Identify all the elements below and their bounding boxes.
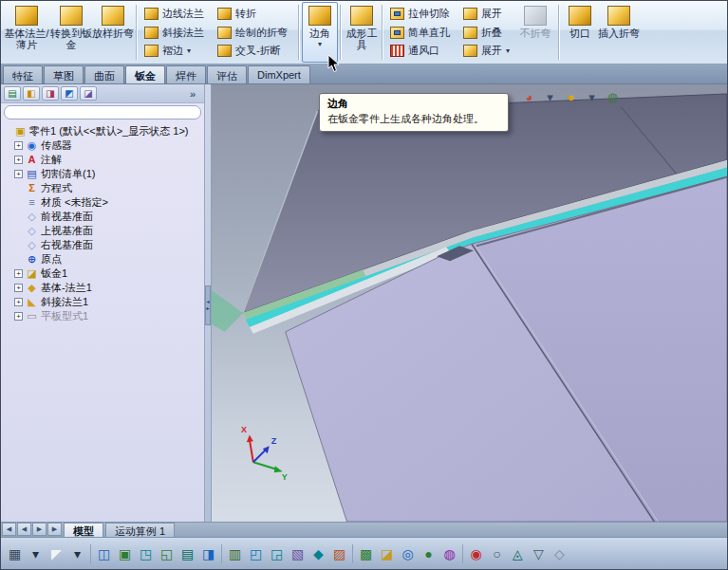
toolbar-tool-icon[interactable]: ◪	[378, 543, 396, 564]
toolbar-tool-icon[interactable]: ◬	[509, 543, 527, 564]
toolbar-tool-icon[interactable]: ▩	[357, 543, 375, 564]
ribbon-small-button[interactable]: 通风口	[385, 43, 458, 59]
panel-tab-icon[interactable]: ◪	[80, 86, 97, 101]
tree-item[interactable]: ≡ 材质 <未指定>	[3, 195, 202, 210]
toolbar-tool-icon[interactable]: ◱	[158, 543, 176, 564]
panel-tab-icon[interactable]: ▤	[4, 86, 21, 101]
splitter-handle-icon[interactable]: ◂▸	[205, 285, 211, 325]
toolbar-tool-icon[interactable]: ◍	[440, 543, 458, 564]
toolbar-tool-icon[interactable]: ▨	[330, 543, 348, 564]
tree-item[interactable]: ◇ 前视基准面	[3, 210, 202, 224]
panel-splitter[interactable]: ◂▸	[205, 84, 212, 522]
tab-scroll-button[interactable]: ◀	[17, 523, 31, 536]
ribbon-small-button[interactable]: 绘制的折弯	[213, 25, 296, 41]
toolbar-tool-icon[interactable]: ▤	[178, 543, 196, 564]
sheet-metal-part-render: X Y Z	[212, 84, 727, 522]
command-tab[interactable]: 评估	[207, 65, 247, 83]
expand-box[interactable]	[14, 156, 23, 164]
tree-item[interactable]: ▭ 平板型式1	[3, 309, 202, 323]
tree-item[interactable]: ◇ 上视基准面	[3, 224, 202, 238]
ribbon-small-button[interactable]: 展开	[458, 6, 514, 22]
toolbar-tool-icon[interactable]: ▽	[530, 543, 548, 564]
view-tool-icon[interactable]: ▾	[542, 89, 558, 105]
tree-item[interactable]: ◪ 钣金1	[3, 267, 202, 281]
ribbon-small-button[interactable]: 折叠	[458, 25, 514, 41]
panel-tab-icon[interactable]: ◨	[42, 86, 59, 101]
convert-to-sheetmetal-button[interactable]: 转换到钣金	[50, 2, 92, 63]
study-tab[interactable]: 模型	[64, 523, 103, 537]
view-tool-icon[interactable]: ◍	[605, 89, 621, 105]
toolbar-tool-icon[interactable]: ▾	[68, 543, 86, 564]
expand-box[interactable]	[14, 141, 23, 150]
tree-item[interactable]: Σ 方程式	[3, 181, 202, 195]
toolbar-tool-icon[interactable]: ◉	[467, 543, 485, 564]
tree-item[interactable]: A 注解	[3, 153, 202, 167]
lofted-bend-button[interactable]: 放样折弯	[92, 2, 134, 63]
expand-box[interactable]	[14, 312, 23, 321]
insert-bends-button[interactable]: 插入折弯	[598, 2, 640, 63]
ribbon-small-button[interactable]: 斜接法兰	[140, 25, 213, 41]
ribbon-small-button[interactable]: 边线法兰	[140, 6, 213, 22]
base-flange-label: 基体法兰/薄片	[3, 28, 50, 50]
tab-scroll-button[interactable]: ▶	[47, 523, 62, 536]
toolbar-tool-icon[interactable]	[220, 543, 223, 564]
toolbar-tool-icon[interactable]: ▣	[116, 543, 134, 564]
tree-root-item[interactable]: ▣ 零件1 (默认<<默认>_显示状态 1>)	[3, 124, 202, 138]
tree-item[interactable]: ◉ 传感器	[3, 138, 202, 153]
base-flange-button[interactable]: 基体法兰/薄片	[3, 2, 50, 63]
ribbon-small-button[interactable]: 转折	[213, 6, 296, 22]
command-tab[interactable]: 钣金	[125, 65, 165, 83]
panel-tab-icon[interactable]: ◧	[23, 86, 40, 101]
toolbar-tool-icon[interactable]: ◤	[47, 543, 65, 564]
toolbar-tool-icon[interactable]: ○	[488, 543, 506, 564]
tree-item[interactable]: ⊕ 原点	[3, 252, 202, 267]
toolbar-tool-icon[interactable]: ◨	[199, 543, 217, 564]
command-tab[interactable]: 草图	[44, 65, 84, 83]
ribbon-small-button[interactable]: 交叉-折断	[213, 43, 296, 59]
tree-item[interactable]: ◆ 基体-法兰1	[3, 281, 202, 295]
forming-tool-button[interactable]: 成形工具	[344, 2, 380, 63]
ribbon-small-button[interactable]: 褶边 ▾	[140, 43, 213, 59]
expand-box[interactable]	[14, 284, 23, 292]
panel-tab-icon[interactable]: ◩	[61, 86, 78, 101]
toolbar-tool-icon[interactable]: ◳	[137, 543, 155, 564]
view-tool-icon[interactable]: ●	[563, 89, 579, 105]
toolbar-tool-icon[interactable]: ◇	[551, 543, 569, 564]
expand-box[interactable]	[14, 170, 23, 178]
command-tab[interactable]: 特征	[3, 65, 43, 83]
toolbar-tool-icon[interactable]: ▦	[6, 543, 24, 564]
model-viewport[interactable]: ▭ ⊞ ◔ ↻ ▦ ◧ ▾ ◐ ◕ ▾	[212, 84, 727, 522]
toolbar-tool-icon[interactable]: ◲	[268, 543, 286, 564]
tree-item[interactable]: ◇ 右视基准面	[3, 238, 202, 252]
study-tab[interactable]: 运动算例 1	[105, 523, 175, 537]
toolbar-tool-icon[interactable]	[461, 543, 464, 564]
ribbon-small-button[interactable]: 拉伸切除	[385, 6, 458, 22]
toolbar-tool-icon[interactable]: ▥	[226, 543, 244, 564]
toolbar-tool-icon[interactable]: ◆	[309, 543, 327, 564]
corner-dropdown-caret-icon[interactable]: ▾	[318, 41, 322, 48]
toolbar-tool-icon[interactable]: ▧	[289, 543, 307, 564]
featuremanager-filter-input[interactable]	[4, 105, 201, 120]
command-tab[interactable]: 焊件	[166, 65, 206, 83]
toolbar-tool-icon[interactable]: ◰	[247, 543, 265, 564]
tab-scroll-button[interactable]: ▶	[32, 523, 47, 536]
command-tab[interactable]: 曲面	[84, 65, 124, 83]
expand-box[interactable]	[14, 298, 23, 306]
tree-item[interactable]: ◣ 斜接法兰1	[3, 295, 202, 309]
ribbon-small-button[interactable]: 展开 ▾	[458, 43, 514, 59]
toolbar-tool-icon[interactable]: ◎	[399, 543, 417, 564]
rip-button[interactable]: 切口	[562, 2, 598, 63]
tab-scroll-button[interactable]: ◀	[2, 523, 16, 536]
panel-tab-icon[interactable]: »	[184, 86, 201, 101]
toolbar-tool-icon[interactable]	[351, 543, 354, 564]
command-tab[interactable]: DimXpert	[248, 65, 310, 83]
tree-item[interactable]: ▤ 切割清单(1)	[3, 167, 202, 181]
toolbar-tool-icon[interactable]: ●	[420, 543, 438, 564]
toolbar-tool-icon[interactable]	[89, 543, 92, 564]
expand-box[interactable]	[14, 269, 23, 278]
toolbar-tool-icon[interactable]: ▾	[27, 543, 45, 564]
ribbon-small-button[interactable]: 简单直孔	[385, 25, 458, 41]
view-tool-icon[interactable]: ▾	[584, 89, 600, 105]
view-tool-icon[interactable]: ◕	[521, 89, 537, 105]
toolbar-tool-icon[interactable]: ◫	[95, 543, 113, 564]
